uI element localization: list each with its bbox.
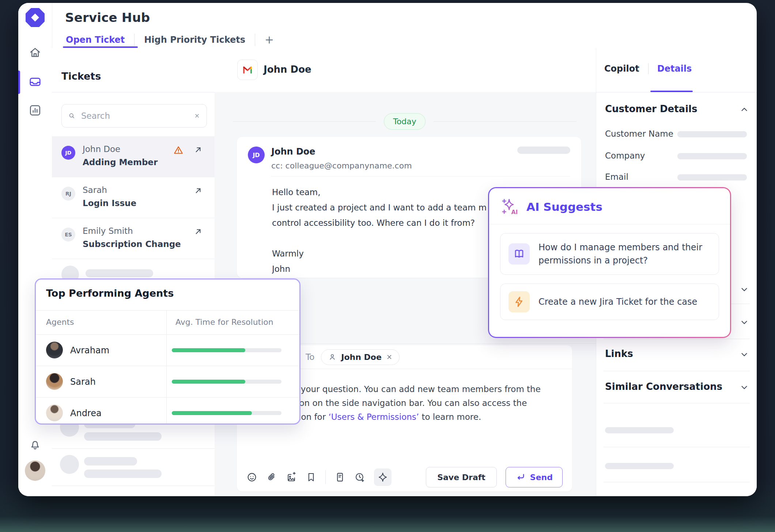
bolt-icon (509, 291, 530, 312)
recipient-chip[interactable]: John Doe (321, 349, 400, 365)
conversation-header: John Doe (215, 48, 596, 92)
warning-icon (173, 145, 184, 155)
field-value-skeleton (677, 153, 747, 159)
template-icon[interactable] (334, 472, 345, 483)
reply-text: to learn more. (419, 412, 481, 422)
ticket-row-emily-smith[interactable]: ES Emily Smith Subscription Change (52, 218, 215, 259)
reply-line: r your question. You can add new team me… (295, 382, 561, 396)
sidebar-item-reports[interactable] (29, 104, 42, 117)
tab-separator (134, 34, 135, 46)
ai-suggestion-text: Create a new Jira Ticket for the case (538, 295, 697, 308)
sidebar-item-home[interactable] (29, 46, 42, 59)
ai-suggestion-manage-members[interactable]: How do I manage members and their permis… (500, 233, 719, 275)
column-header-agents: Agents (46, 318, 74, 327)
page-background: Service Hub Open Ticket High Priority Ti… (0, 0, 775, 532)
insert-image-icon[interactable] (286, 472, 297, 483)
chevron-down-icon[interactable] (740, 318, 749, 327)
emoji-icon[interactable] (246, 472, 257, 483)
tab-open-ticket[interactable]: Open Ticket (66, 35, 125, 45)
ticket-avatar: RJ (61, 187, 75, 201)
agent-avatar (46, 342, 63, 358)
schedule-icon[interactable] (354, 472, 365, 483)
tab-high-priority[interactable]: High Priority Tickets (144, 35, 245, 45)
field-value-skeleton (677, 131, 747, 137)
chevron-up-icon[interactable] (740, 105, 749, 114)
ticket-row-sarah[interactable]: RJ Sarah Login Issue (52, 177, 215, 218)
customer-details-header[interactable]: Customer Details (605, 103, 697, 114)
sparkle-icon (377, 472, 388, 483)
agent-name: Andrea (70, 408, 102, 418)
search-input[interactable] (80, 111, 189, 121)
return-arrow-icon (515, 472, 526, 482)
send-button[interactable]: Send (506, 467, 563, 487)
notifications-bell-icon[interactable] (29, 438, 42, 451)
tickets-title: Tickets (61, 71, 101, 82)
right-panel-tabs: Copilot Details (604, 63, 692, 74)
ticket-subject: Login Issue (83, 198, 136, 208)
open-ticket-arrow-icon[interactable] (193, 145, 203, 155)
skeleton-line (86, 269, 153, 277)
skeleton-line (605, 427, 674, 433)
top-performing-agents-card: Top Performing Agents Agents Avg. Time f… (35, 278, 300, 425)
tab-copilot[interactable]: Copilot (604, 64, 639, 74)
resolution-bar (172, 380, 281, 384)
open-ticket-arrow-icon[interactable] (193, 227, 203, 236)
users-permissions-link[interactable]: ‘Users & Permissions’ (328, 412, 419, 422)
remove-recipient-icon[interactable] (386, 354, 393, 360)
ticket-name: Sarah (83, 185, 107, 195)
open-ticket-arrow-icon[interactable] (193, 186, 203, 195)
tab-separator (255, 34, 255, 46)
bookmark-icon[interactable] (306, 472, 317, 483)
ai-suggests-title: AI Suggests (526, 200, 602, 213)
ticket-name: John Doe (83, 144, 120, 154)
list-divider (52, 448, 215, 449)
sender-name: John Doe (271, 147, 517, 157)
ai-suggestion-text: How do I manage members and their permis… (538, 241, 703, 267)
sidebar-item-inbox[interactable] (29, 75, 42, 88)
ai-suggests-header: AI AI Suggests (489, 188, 730, 224)
ai-suggestion-create-jira[interactable]: Create a new Jira Ticket for the case (500, 284, 719, 320)
field-label: Email (605, 172, 628, 182)
resolution-bar (172, 348, 281, 352)
field-label: Company (605, 151, 645, 160)
user-avatar[interactable] (25, 460, 45, 481)
agents-card-title: Top Performing Agents (46, 288, 174, 299)
panel-divider (596, 92, 757, 92)
links-section-header[interactable]: Links (605, 348, 633, 359)
attachment-icon[interactable] (266, 472, 277, 483)
field-label: Customer Name (605, 129, 673, 138)
chevron-down-icon[interactable] (740, 350, 749, 359)
tickets-panel: Tickets JD John Doe Adding Member (52, 48, 215, 496)
ticket-row-john-doe[interactable]: JD John Doe Adding Member (52, 136, 215, 177)
search-icon (68, 111, 75, 121)
section-divider (604, 339, 750, 339)
card-divider (36, 310, 300, 311)
clear-search-icon[interactable] (194, 112, 200, 120)
customer-details-title: Customer Details (605, 103, 697, 114)
add-tab-button[interactable]: + (265, 34, 274, 45)
date-separator: Today (233, 113, 576, 130)
recipient-name: John Doe (341, 353, 382, 362)
skeleton-line (84, 470, 162, 478)
save-draft-button[interactable]: Save Draft (426, 467, 497, 487)
send-label: Send (530, 473, 553, 482)
date-line (434, 121, 576, 122)
search-box (61, 104, 207, 128)
page-title: Service Hub (65, 10, 150, 25)
agent-row: Sarah (36, 366, 299, 397)
message-divider (271, 176, 570, 176)
ai-assist-button[interactable] (374, 468, 392, 486)
chevron-down-icon[interactable] (740, 285, 749, 294)
similar-conversations-header[interactable]: Similar Conversations (605, 381, 722, 392)
person-icon (328, 353, 337, 361)
column-header-resolution: Avg. Time for Resolution (175, 318, 273, 327)
ai-suggests-card: AI AI Suggests How do I manage members a… (488, 187, 731, 338)
app-window: Service Hub Open Ticket High Priority Ti… (18, 3, 757, 496)
date-line (233, 121, 376, 122)
book-icon (509, 243, 530, 265)
gmail-icon (237, 60, 258, 80)
ticket-subject: Adding Member (83, 157, 158, 167)
chevron-down-icon[interactable] (740, 383, 749, 392)
agent-avatar (46, 404, 63, 421)
tab-details[interactable]: Details (657, 64, 692, 74)
